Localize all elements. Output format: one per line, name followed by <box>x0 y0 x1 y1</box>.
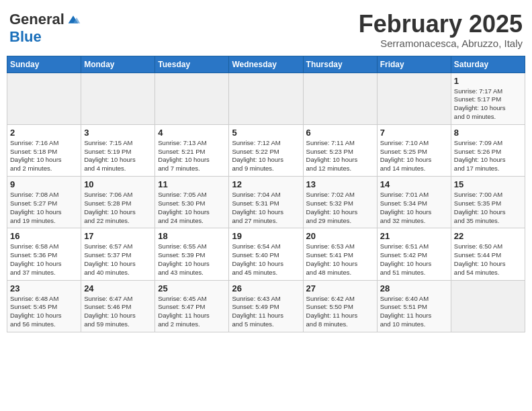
day-number: 12 <box>232 179 300 189</box>
calendar-cell <box>229 73 303 124</box>
day-number: 17 <box>84 231 152 241</box>
calendar-cell: 23Sunrise: 6:48 AM Sunset: 5:45 PM Dayli… <box>7 280 81 332</box>
calendar-cell: 15Sunrise: 7:00 AM Sunset: 5:35 PM Dayli… <box>451 177 525 228</box>
calendar-cell: 10Sunrise: 7:06 AM Sunset: 5:28 PM Dayli… <box>81 177 155 228</box>
day-number: 26 <box>232 283 300 293</box>
calendar-cell: 6Sunrise: 7:11 AM Sunset: 5:23 PM Daylig… <box>303 124 377 176</box>
weekday-wednesday: Wednesday <box>229 56 303 73</box>
day-info: Sunrise: 7:11 AM Sunset: 5:23 PM Dayligh… <box>306 139 374 173</box>
location: Serramonacesca, Abruzzo, Italy <box>359 38 523 49</box>
calendar-cell: 7Sunrise: 7:10 AM Sunset: 5:25 PM Daylig… <box>377 124 451 176</box>
week-row-3: 9Sunrise: 7:08 AM Sunset: 5:27 PM Daylig… <box>7 177 525 228</box>
calendar-table: SundayMondayTuesdayWednesdayThursdayFrid… <box>7 56 525 332</box>
day-number: 25 <box>158 283 226 293</box>
calendar-cell: 19Sunrise: 6:54 AM Sunset: 5:40 PM Dayli… <box>229 228 303 280</box>
weekday-saturday: Saturday <box>451 56 525 73</box>
calendar-cell: 8Sunrise: 7:09 AM Sunset: 5:26 PM Daylig… <box>451 124 525 176</box>
day-info: Sunrise: 7:02 AM Sunset: 5:32 PM Dayligh… <box>306 191 374 225</box>
calendar-cell: 4Sunrise: 7:13 AM Sunset: 5:21 PM Daylig… <box>155 124 229 176</box>
month-title: February 2025 <box>359 11 523 38</box>
weekday-sunday: Sunday <box>7 56 81 73</box>
calendar-cell: 11Sunrise: 7:05 AM Sunset: 5:30 PM Dayli… <box>155 177 229 228</box>
day-info: Sunrise: 6:50 AM Sunset: 5:44 PM Dayligh… <box>454 242 522 277</box>
day-info: Sunrise: 7:13 AM Sunset: 5:21 PM Dayligh… <box>158 139 226 173</box>
day-info: Sunrise: 6:43 AM Sunset: 5:49 PM Dayligh… <box>232 295 300 329</box>
weekday-thursday: Thursday <box>303 56 377 73</box>
day-number: 13 <box>306 179 374 189</box>
day-info: Sunrise: 6:57 AM Sunset: 5:37 PM Dayligh… <box>84 242 152 277</box>
logo-blue-text: Blue <box>9 28 42 45</box>
day-number: 11 <box>158 179 226 189</box>
day-number: 1 <box>454 76 522 86</box>
day-number: 15 <box>454 179 522 189</box>
calendar-cell: 12Sunrise: 7:04 AM Sunset: 5:31 PM Dayli… <box>229 177 303 228</box>
day-info: Sunrise: 7:17 AM Sunset: 5:17 PM Dayligh… <box>454 87 522 122</box>
day-info: Sunrise: 7:15 AM Sunset: 5:19 PM Dayligh… <box>84 139 152 173</box>
logo: General Blue <box>9 11 81 46</box>
day-number: 20 <box>306 231 374 241</box>
calendar-cell <box>303 73 377 124</box>
logo-general-text: General <box>9 11 64 28</box>
day-info: Sunrise: 6:40 AM Sunset: 5:51 PM Dayligh… <box>380 295 448 329</box>
week-row-4: 16Sunrise: 6:58 AM Sunset: 5:36 PM Dayli… <box>7 228 525 280</box>
day-info: Sunrise: 6:45 AM Sunset: 5:47 PM Dayligh… <box>158 295 226 329</box>
day-number: 23 <box>10 283 78 293</box>
day-info: Sunrise: 7:09 AM Sunset: 5:26 PM Dayligh… <box>454 139 522 173</box>
day-info: Sunrise: 6:51 AM Sunset: 5:42 PM Dayligh… <box>380 242 448 277</box>
day-info: Sunrise: 7:04 AM Sunset: 5:31 PM Dayligh… <box>232 191 300 225</box>
day-number: 18 <box>158 231 226 241</box>
calendar-cell: 20Sunrise: 6:53 AM Sunset: 5:41 PM Dayli… <box>303 228 377 280</box>
calendar-cell: 18Sunrise: 6:55 AM Sunset: 5:39 PM Dayli… <box>155 228 229 280</box>
day-info: Sunrise: 6:54 AM Sunset: 5:40 PM Dayligh… <box>232 242 300 277</box>
day-info: Sunrise: 7:06 AM Sunset: 5:28 PM Dayligh… <box>84 191 152 225</box>
calendar-cell: 27Sunrise: 6:42 AM Sunset: 5:50 PM Dayli… <box>303 280 377 332</box>
title-block: February 2025 Serramonacesca, Abruzzo, I… <box>359 11 523 49</box>
day-number: 7 <box>380 128 448 138</box>
weekday-friday: Friday <box>377 56 451 73</box>
day-info: Sunrise: 6:47 AM Sunset: 5:46 PM Dayligh… <box>84 295 152 329</box>
week-row-2: 2Sunrise: 7:16 AM Sunset: 5:18 PM Daylig… <box>7 124 525 176</box>
day-number: 16 <box>10 231 78 241</box>
day-number: 10 <box>84 179 152 189</box>
day-number: 9 <box>10 179 78 189</box>
weekday-header-row: SundayMondayTuesdayWednesdayThursdayFrid… <box>7 56 525 73</box>
day-info: Sunrise: 6:53 AM Sunset: 5:41 PM Dayligh… <box>306 242 374 277</box>
day-info: Sunrise: 7:00 AM Sunset: 5:35 PM Dayligh… <box>454 191 522 225</box>
day-number: 2 <box>10 128 78 138</box>
day-info: Sunrise: 7:05 AM Sunset: 5:30 PM Dayligh… <box>158 191 226 225</box>
calendar-cell: 25Sunrise: 6:45 AM Sunset: 5:47 PM Dayli… <box>155 280 229 332</box>
calendar-cell: 24Sunrise: 6:47 AM Sunset: 5:46 PM Dayli… <box>81 280 155 332</box>
day-info: Sunrise: 6:48 AM Sunset: 5:45 PM Dayligh… <box>10 295 78 329</box>
day-info: Sunrise: 6:58 AM Sunset: 5:36 PM Dayligh… <box>10 242 78 277</box>
calendar-cell: 17Sunrise: 6:57 AM Sunset: 5:37 PM Dayli… <box>81 228 155 280</box>
weekday-tuesday: Tuesday <box>155 56 229 73</box>
week-row-5: 23Sunrise: 6:48 AM Sunset: 5:45 PM Dayli… <box>7 280 525 332</box>
day-number: 24 <box>84 283 152 293</box>
day-number: 28 <box>380 283 448 293</box>
day-info: Sunrise: 7:16 AM Sunset: 5:18 PM Dayligh… <box>10 139 78 173</box>
day-number: 3 <box>84 128 152 138</box>
day-number: 5 <box>232 128 300 138</box>
day-number: 6 <box>306 128 374 138</box>
calendar-cell <box>81 73 155 124</box>
calendar-cell: 13Sunrise: 7:02 AM Sunset: 5:32 PM Dayli… <box>303 177 377 228</box>
day-number: 27 <box>306 283 374 293</box>
calendar-cell: 1Sunrise: 7:17 AM Sunset: 5:17 PM Daylig… <box>451 73 525 124</box>
calendar-cell: 28Sunrise: 6:40 AM Sunset: 5:51 PM Dayli… <box>377 280 451 332</box>
day-info: Sunrise: 6:42 AM Sunset: 5:50 PM Dayligh… <box>306 295 374 329</box>
calendar-cell <box>7 73 81 124</box>
day-number: 8 <box>454 128 522 138</box>
calendar-cell: 14Sunrise: 7:01 AM Sunset: 5:34 PM Dayli… <box>377 177 451 228</box>
day-info: Sunrise: 7:01 AM Sunset: 5:34 PM Dayligh… <box>380 191 448 225</box>
day-number: 22 <box>454 231 522 241</box>
page-header: General Blue February 2025 Serramonacesc… <box>7 7 525 53</box>
day-number: 14 <box>380 179 448 189</box>
week-row-1: 1Sunrise: 7:17 AM Sunset: 5:17 PM Daylig… <box>7 73 525 124</box>
calendar-cell: 2Sunrise: 7:16 AM Sunset: 5:18 PM Daylig… <box>7 124 81 176</box>
day-number: 4 <box>158 128 226 138</box>
day-info: Sunrise: 6:55 AM Sunset: 5:39 PM Dayligh… <box>158 242 226 277</box>
calendar-cell <box>451 280 525 332</box>
calendar-cell: 21Sunrise: 6:51 AM Sunset: 5:42 PM Dayli… <box>377 228 451 280</box>
day-info: Sunrise: 7:10 AM Sunset: 5:25 PM Dayligh… <box>380 139 448 173</box>
weekday-monday: Monday <box>81 56 155 73</box>
